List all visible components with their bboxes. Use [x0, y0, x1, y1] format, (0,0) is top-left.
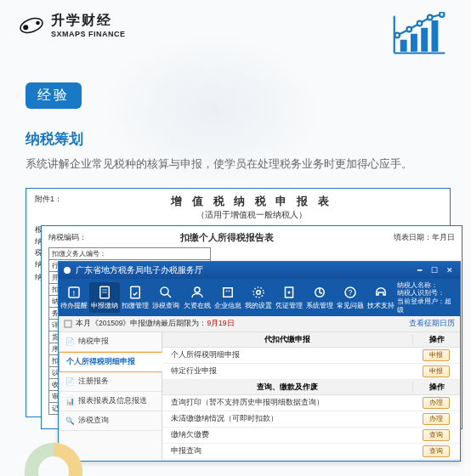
svg-rect-5 [421, 28, 428, 52]
action-button[interactable]: 办理 [423, 397, 450, 409]
tool-faq[interactable]: ?常见问题 [335, 285, 366, 310]
pie-decoration-icon [15, 434, 92, 476]
section-header: 代扣代缴申报 [162, 334, 412, 345]
op-header: 操作 [412, 382, 460, 393]
doc-icon: 📊 [65, 397, 74, 405]
svg-point-27 [257, 291, 261, 295]
tool-system[interactable]: 系统管理 [304, 285, 335, 310]
calendar-icon [64, 320, 72, 328]
svg-point-9 [417, 21, 423, 26]
section-badge: 经验 [26, 82, 82, 109]
list-item: 查询打印（暂不支持历史申报明细数据查询）办理 [162, 395, 460, 411]
svg-point-0 [19, 15, 44, 35]
tool-support[interactable]: 技术支持 [366, 285, 396, 310]
list-item: 缴纳欠缴费查询 [162, 428, 460, 444]
tool-withhold[interactable]: 扣缴管理 [120, 285, 150, 310]
svg-line-22 [168, 294, 172, 298]
attachment-label: 附件1： [35, 194, 62, 205]
action-button[interactable]: 申报 [423, 366, 450, 377]
brand-cn: 升学财经 [51, 12, 126, 30]
action-button[interactable]: 申报 [423, 349, 450, 361]
svg-point-10 [428, 15, 433, 20]
svg-point-14 [64, 267, 71, 274]
tool-cert[interactable]: 凭证管理 [274, 285, 304, 310]
window-title: 广东省地方税务局电子办税服务厅 [76, 264, 203, 276]
vat-form-title: 增 值 税 纳 税 申 报 表 [62, 194, 441, 209]
notice-text: 本月《201509》申报缴纳最后期限为： [76, 319, 207, 329]
list-item: 未清缴缴纳情况（可即时扣款）办理 [162, 411, 460, 428]
doc2-title: 扣缴个人所得税报告表 [180, 231, 274, 244]
tool-settings[interactable]: 我的设置 [243, 285, 274, 310]
action-button[interactable]: 办理 [423, 413, 450, 425]
list-item: 个人所得税明细申报申报 [162, 348, 460, 364]
svg-point-11 [440, 12, 445, 17]
svg-point-8 [406, 27, 411, 32]
page-description: 系统讲解企业常见税种的核算与申报，使学员在处理税务业务时更加得心应手。 [26, 156, 445, 173]
svg-point-2 [36, 20, 40, 25]
row-label: 个人所得税明细申报 [162, 348, 412, 363]
doc2-date: 填表日期：年月日 [394, 233, 455, 243]
page-title: 纳税筹划 [26, 129, 471, 149]
notice-bar: 本月《201509》申报缴纳最后期限为： 9月19日 查看征期日历 [59, 316, 460, 332]
toolbar: !待办提醒 申报缴纳 扣缴管理 涉税查询 欠资在线 企业信息 我的设置 凭证管理… [59, 279, 460, 316]
view-calendar-link[interactable]: 查看征期日历 [409, 319, 455, 329]
tool-pending[interactable]: !待办提醒 [59, 285, 89, 310]
row-label: 特定行业申报 [162, 364, 412, 379]
tool-declare[interactable]: 申报缴纳 [89, 282, 120, 313]
row-label: 查询打印（暂不支持历史申报明细数据查询） [162, 395, 412, 411]
tool-query[interactable]: 涉税查询 [150, 285, 181, 310]
svg-rect-26 [229, 291, 230, 292]
chart-decoration-icon [393, 12, 452, 59]
svg-point-21 [161, 287, 168, 295]
svg-text:?: ? [349, 289, 353, 297]
svg-rect-6 [432, 20, 439, 52]
row-label: 申报查询 [162, 444, 412, 459]
svg-rect-24 [224, 288, 233, 298]
svg-rect-20 [131, 286, 140, 298]
action-button[interactable]: 查询 [423, 445, 450, 457]
doc2-left: 纳税编码： [48, 232, 87, 243]
row-label: 缴纳欠缴费 [162, 428, 412, 443]
svg-point-1 [23, 25, 28, 30]
notice-date: 9月19日 [207, 319, 234, 329]
brand: 升学财经 SXMAPS FINANCE [19, 12, 126, 38]
tool-online[interactable]: 欠资在线 [182, 285, 213, 310]
app-icon [62, 265, 72, 275]
sidebar-item-declare[interactable]: 📄纳税申报 [59, 332, 162, 352]
close-button[interactable]: ✕ [443, 264, 457, 276]
action-button[interactable]: 查询 [423, 429, 450, 441]
list-item: 特定行业申报申报 [162, 364, 460, 380]
main-panel: 代扣代缴申报操作个人所得税明细申报申报特定行业申报申报查询、缴款及作废操作查询打… [162, 332, 460, 461]
titlebar: 广东省地方税务局电子办税服务厅 ━ ☐ ✕ [59, 262, 460, 279]
user-info: 纳税人名称： 纳税人识别号： 当前登录用户：超级 [397, 281, 460, 314]
op-header: 操作 [412, 334, 460, 345]
search-icon: 🔍 [65, 416, 74, 425]
sidebar-item-register[interactable]: 📄注册报务 [59, 372, 162, 392]
brand-logo-icon [19, 13, 44, 38]
tool-company[interactable]: 企业信息 [213, 285, 243, 310]
svg-text:!: ! [73, 290, 75, 298]
svg-rect-34 [65, 320, 71, 327]
sidebar-item-query[interactable]: 🔍涉税查询 [59, 411, 162, 431]
doc-icon: 📄 [65, 377, 74, 386]
maximize-button[interactable]: ☐ [428, 264, 441, 276]
svg-point-23 [195, 287, 200, 292]
list-item: 申报查询查询 [162, 444, 460, 460]
tax-app-window: 广东省地方税务局电子办税服务厅 ━ ☐ ✕ !待办提醒 申报缴纳 扣缴管理 涉税… [58, 261, 461, 462]
svg-rect-25 [226, 291, 228, 292]
section-header: 查询、缴款及作废 [162, 382, 412, 393]
svg-point-7 [394, 33, 400, 38]
brand-en: SXMAPS FINANCE [51, 30, 126, 38]
svg-rect-4 [411, 34, 417, 52]
svg-point-28 [253, 287, 264, 298]
svg-point-30 [288, 292, 291, 294]
doc-icon: 📄 [65, 337, 74, 346]
minimize-button[interactable]: ━ [412, 264, 426, 276]
vat-form-subtitle: （适用于增值税一般纳税人） [62, 209, 441, 221]
row-label: 未清缴缴纳情况（可即时扣款） [162, 411, 412, 427]
sidebar-item-reports[interactable]: 📊报表报表及信息报送 [59, 392, 162, 411]
sidebar-item-personal-tax[interactable]: 个人所得税明细申报 [59, 352, 162, 372]
svg-rect-3 [400, 40, 407, 52]
